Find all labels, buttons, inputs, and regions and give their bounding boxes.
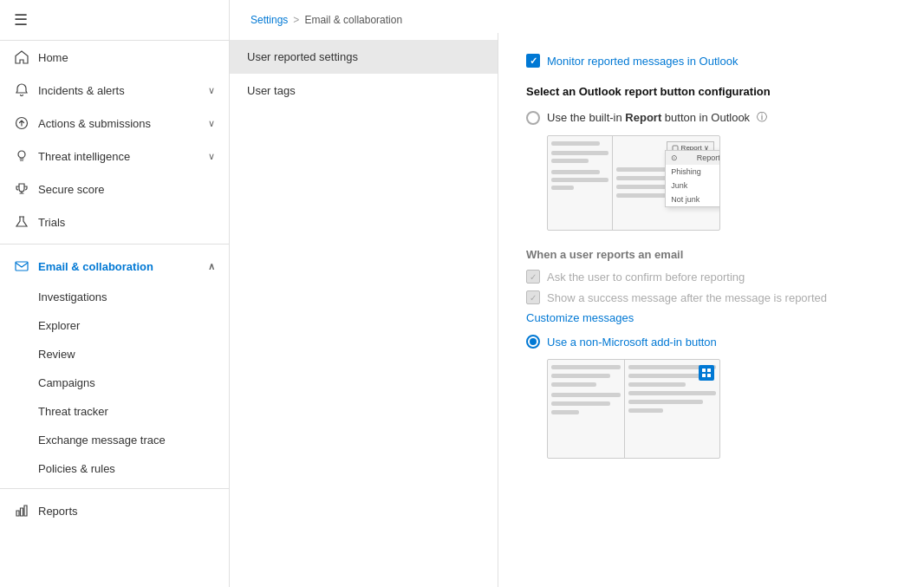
actions-label: Actions & submissions bbox=[38, 117, 199, 130]
breadcrumb-separator: > bbox=[293, 14, 299, 26]
trials-label: Trials bbox=[38, 216, 215, 229]
sidebar-item-explorer[interactable]: Explorer bbox=[0, 311, 229, 340]
sidebar-header: ☰ bbox=[0, 0, 229, 41]
add-in-icon-box bbox=[699, 365, 714, 381]
svg-rect-2 bbox=[16, 262, 28, 271]
monitor-label: Monitor reported messages in Outlook bbox=[547, 55, 738, 68]
sidebar-item-investigations[interactable]: Investigations bbox=[0, 283, 229, 311]
when-label: When a user reports an email bbox=[526, 248, 896, 261]
check2-label: Show a success message after the message… bbox=[547, 291, 827, 304]
hamburger-icon[interactable]: ☰ bbox=[14, 10, 28, 29]
check2-checkbox[interactable] bbox=[526, 290, 540, 304]
email-icon bbox=[14, 258, 29, 274]
sidebar-item-review[interactable]: Review bbox=[0, 340, 229, 369]
sidebar-item-secure-score[interactable]: Secure score bbox=[0, 173, 229, 205]
home-icon bbox=[14, 49, 29, 65]
dropdown-title: ⊙Report ∨ bbox=[666, 151, 720, 165]
option2-radio-row: Use a non-Microsoft add-in button bbox=[526, 335, 896, 349]
sidebar-item-reports[interactable]: Reports bbox=[0, 494, 229, 527]
main-content: Settings > Email & collaboration User re… bbox=[230, 0, 924, 587]
svg-rect-5 bbox=[707, 369, 711, 372]
monitor-checkbox[interactable] bbox=[526, 54, 540, 68]
content-area: User reported settings User tags Monitor… bbox=[230, 33, 924, 587]
chevron-down-icon: ∨ bbox=[208, 118, 215, 129]
divider2 bbox=[0, 488, 229, 489]
sidebar-item-policies-rules[interactable]: Policies & rules bbox=[0, 454, 229, 483]
svg-rect-6 bbox=[702, 374, 706, 377]
incidents-label: Incidents & alerts bbox=[38, 84, 199, 97]
option1-radio-row: Use the built-in Report button in Outloo… bbox=[526, 110, 896, 125]
svg-point-1 bbox=[18, 151, 25, 158]
info-icon[interactable]: ⓘ bbox=[757, 110, 767, 125]
dropdown-phishing[interactable]: Phishing bbox=[666, 165, 720, 179]
dropdown-not-junk[interactable]: Not junk bbox=[666, 192, 720, 206]
policies-rules-label: Policies & rules bbox=[38, 462, 115, 475]
sidebar-item-incidents[interactable]: Incidents & alerts ∨ bbox=[0, 74, 229, 107]
when-section: When a user reports an email Ask the use… bbox=[526, 248, 896, 324]
chevron-up-icon: ∧ bbox=[208, 261, 215, 272]
settings-panel: User reported settings User tags bbox=[230, 33, 498, 587]
settings-item-user-reported[interactable]: User reported settings bbox=[230, 40, 498, 74]
option2-label: Use a non-Microsoft add-in button bbox=[547, 336, 717, 349]
lightbulb-icon bbox=[14, 148, 29, 164]
dropdown-junk[interactable]: Junk bbox=[666, 179, 720, 192]
detail-panel: Monitor reported messages in Outlook Sel… bbox=[498, 33, 924, 587]
sidebar-item-actions[interactable]: Actions & submissions ∨ bbox=[0, 107, 229, 140]
breadcrumb: Settings > Email & collaboration bbox=[230, 0, 924, 33]
settings-item-user-tags[interactable]: User tags bbox=[230, 74, 498, 108]
secure-score-label: Secure score bbox=[38, 183, 215, 196]
sidebar-item-threat-intelligence[interactable]: Threat intelligence ∨ bbox=[0, 140, 229, 173]
flask-icon bbox=[14, 214, 29, 230]
option2-radio[interactable] bbox=[526, 335, 540, 349]
check1-row: Ask the user to confirm before reporting bbox=[526, 270, 896, 284]
sidebar-item-email-collaboration[interactable]: Email & collaboration ∧ bbox=[0, 250, 229, 283]
report-dropdown: ⊙Report ∨ Phishing Junk Not junk bbox=[665, 150, 720, 207]
sidebar-item-campaigns[interactable]: Campaigns bbox=[0, 369, 229, 397]
check2-row: Show a success message after the message… bbox=[526, 290, 896, 304]
sidebar: ☰ Home Incidents & alerts ∨ Actions & bbox=[0, 0, 230, 587]
sidebar-item-trials[interactable]: Trials bbox=[0, 205, 229, 238]
config-title: Select an Outlook report button configur… bbox=[526, 85, 896, 98]
add-in-preview-columns bbox=[548, 360, 719, 458]
sidebar-item-exchange-message-trace[interactable]: Exchange message trace bbox=[0, 426, 229, 454]
upload-icon bbox=[14, 115, 29, 131]
sidebar-item-threat-tracker[interactable]: Threat tracker bbox=[0, 397, 229, 426]
review-label: Review bbox=[38, 348, 75, 361]
breadcrumb-current: Email & collaboration bbox=[304, 14, 402, 26]
breadcrumb-settings[interactable]: Settings bbox=[251, 14, 288, 26]
outlook-preview-box: Report ∨ ⊙Report ∨ Phishing Junk Not jun… bbox=[547, 135, 720, 231]
svg-rect-4 bbox=[702, 369, 706, 372]
bell-icon bbox=[14, 82, 29, 98]
campaigns-label: Campaigns bbox=[38, 376, 95, 389]
threat-tracker-label: Threat tracker bbox=[38, 405, 108, 418]
chart-icon bbox=[14, 503, 29, 519]
preview-list-col bbox=[548, 360, 625, 458]
email-collaboration-label: Email & collaboration bbox=[38, 260, 199, 273]
divider bbox=[0, 244, 229, 245]
chevron-down-icon: ∨ bbox=[208, 151, 215, 162]
add-in-preview-box bbox=[547, 359, 720, 459]
user-reported-label: User reported settings bbox=[247, 50, 358, 63]
trophy-icon bbox=[14, 181, 29, 197]
check1-checkbox[interactable] bbox=[526, 270, 540, 284]
threat-intelligence-label: Threat intelligence bbox=[38, 150, 199, 163]
monitor-checkbox-row: Monitor reported messages in Outlook bbox=[526, 54, 896, 68]
investigations-label: Investigations bbox=[38, 290, 107, 303]
chevron-down-icon: ∨ bbox=[208, 85, 215, 96]
home-label: Home bbox=[38, 51, 215, 64]
customize-link[interactable]: Customize messages bbox=[526, 311, 634, 324]
user-tags-label: User tags bbox=[247, 84, 296, 97]
option1-label: Use the built-in Report button in Outloo… bbox=[547, 111, 750, 124]
reports-label: Reports bbox=[38, 505, 215, 518]
check1-label: Ask the user to confirm before reporting bbox=[547, 271, 745, 284]
option1-radio[interactable] bbox=[526, 111, 540, 125]
exchange-message-trace-label: Exchange message trace bbox=[38, 434, 166, 447]
svg-rect-7 bbox=[707, 374, 711, 377]
explorer-label: Explorer bbox=[38, 319, 80, 332]
sidebar-item-home[interactable]: Home bbox=[0, 41, 229, 74]
